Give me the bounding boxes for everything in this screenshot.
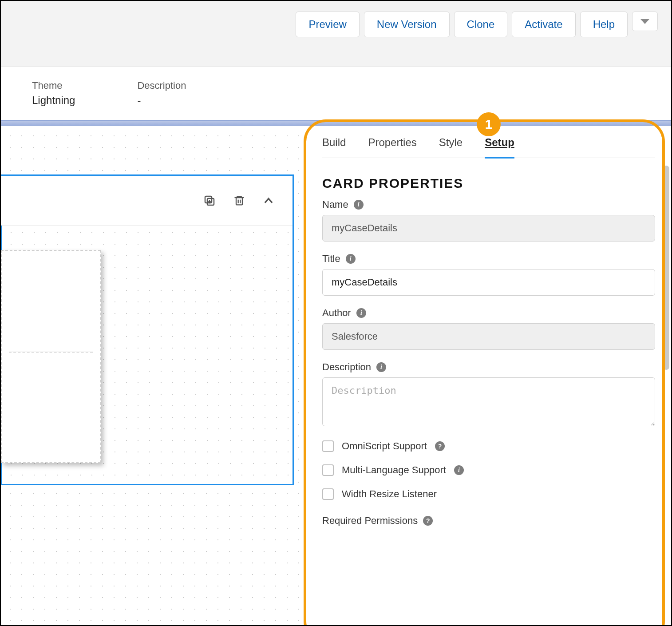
- properties-panel: Build Properties Style Setup CARD PROPER…: [306, 126, 671, 626]
- tab-style[interactable]: Style: [439, 136, 462, 158]
- component-header: [1, 176, 293, 226]
- meta-row: Theme Lightning Description -: [1, 67, 671, 120]
- author-label: Author: [322, 307, 351, 319]
- svg-rect-6: [236, 198, 242, 205]
- widthresize-row: Width Resize Listener: [322, 488, 655, 500]
- theme-value: Lightning: [32, 94, 75, 107]
- help-icon[interactable]: ?: [435, 441, 445, 451]
- callout-badge: 1: [477, 112, 501, 136]
- omniscript-row: OmniScript Support ?: [322, 440, 655, 452]
- new-version-button[interactable]: New Version: [364, 12, 450, 37]
- widthresize-label: Width Resize Listener: [342, 488, 437, 500]
- required-perms-label: Required Permissions: [322, 515, 418, 527]
- info-icon[interactable]: i: [354, 200, 364, 210]
- properties-panel-wrap: 1 Build Properties Style Setup CARD PROP…: [306, 126, 671, 626]
- multilang-label: Multi-Language Support: [342, 464, 446, 476]
- author-input: [322, 323, 655, 350]
- required-perms-group: Required Permissions ?: [322, 515, 655, 527]
- description-block: Description -: [137, 80, 186, 107]
- activate-button[interactable]: Activate: [512, 12, 575, 37]
- omniscript-checkbox[interactable]: [322, 440, 334, 452]
- description-group: Description i: [322, 361, 655, 428]
- tab-properties[interactable]: Properties: [368, 136, 416, 158]
- name-input: [322, 215, 655, 242]
- description-textarea[interactable]: [322, 377, 655, 426]
- name-group: Name i: [322, 199, 655, 242]
- multilang-checkbox[interactable]: [322, 464, 334, 476]
- name-label: Name: [322, 199, 348, 210]
- clone-icon[interactable]: [203, 194, 216, 207]
- theme-label: Theme: [32, 80, 75, 91]
- info-icon[interactable]: i: [356, 308, 366, 318]
- info-icon[interactable]: i: [454, 465, 464, 475]
- title-group: Title i: [322, 253, 655, 296]
- chevron-down-icon: [640, 18, 649, 24]
- svg-marker-0: [640, 19, 649, 24]
- canvas-area[interactable]: [1, 126, 306, 626]
- info-icon[interactable]: i: [376, 362, 386, 372]
- help-button[interactable]: Help: [580, 12, 628, 37]
- author-group: Author i: [322, 307, 655, 350]
- help-icon[interactable]: ?: [423, 516, 433, 526]
- theme-block: Theme Lightning: [32, 80, 75, 107]
- clone-button[interactable]: Clone: [454, 12, 508, 37]
- top-toolbar: Preview New Version Clone Activate Help: [1, 1, 671, 67]
- description-value: -: [137, 94, 186, 107]
- nested-card[interactable]: [1, 250, 101, 463]
- chevron-up-icon[interactable]: [262, 194, 275, 207]
- section-title: CARD PROPERTIES: [322, 176, 655, 191]
- description-label: Description: [322, 361, 371, 373]
- multilang-row: Multi-Language Support i: [322, 464, 655, 476]
- widthresize-checkbox[interactable]: [322, 488, 334, 500]
- main-split: 1 Build Properties Style Setup CARD PROP…: [1, 126, 671, 626]
- preview-button[interactable]: Preview: [296, 12, 359, 37]
- tab-setup[interactable]: Setup: [485, 136, 514, 158]
- nested-card-section: [9, 263, 93, 352]
- divider: [1, 120, 671, 126]
- tab-build[interactable]: Build: [322, 136, 346, 158]
- omniscript-label: OmniScript Support: [342, 440, 427, 452]
- info-icon[interactable]: i: [346, 254, 356, 264]
- title-input[interactable]: [322, 269, 655, 296]
- more-menu-button[interactable]: [632, 12, 658, 31]
- trash-icon[interactable]: [233, 194, 245, 207]
- scrollbar[interactable]: [663, 166, 669, 370]
- title-label: Title: [322, 253, 340, 265]
- description-label: Description: [137, 80, 186, 91]
